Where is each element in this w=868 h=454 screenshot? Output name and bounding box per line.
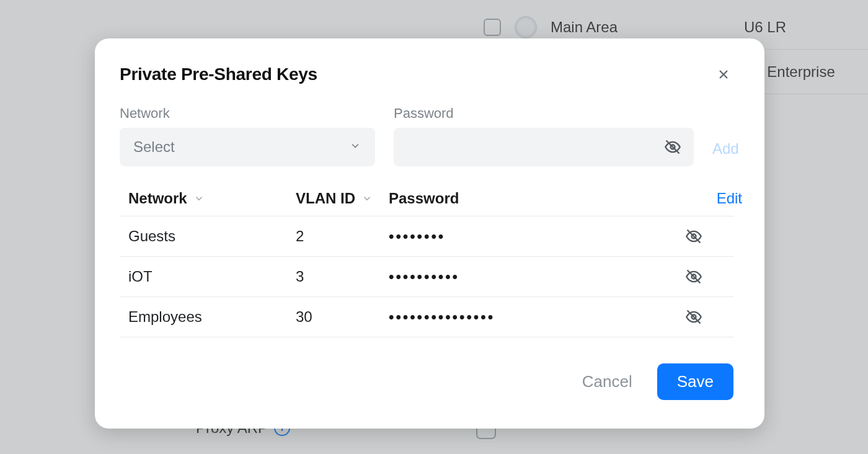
col-vlan[interactable]: VLAN ID <box>296 190 389 207</box>
network-label: Network <box>120 105 375 122</box>
cell-password: •••••••••• <box>389 268 637 285</box>
chevron-down-icon <box>193 193 205 204</box>
close-button[interactable] <box>714 65 733 84</box>
col-network[interactable]: Network <box>128 190 296 207</box>
password-label: Password <box>394 105 694 122</box>
cell-password: ••••••••••••••• <box>389 308 637 326</box>
cell-vlan: 2 <box>296 228 389 245</box>
toggle-password-visibility[interactable] <box>662 136 684 158</box>
eye-off-icon <box>685 228 702 245</box>
password-input-wrap <box>394 128 694 166</box>
eye-off-icon <box>685 308 702 326</box>
network-select-field: Network Select <box>120 105 375 166</box>
col-password: Password <box>389 190 637 207</box>
password-field-group: Password <box>394 105 694 166</box>
add-button[interactable]: Add <box>712 140 739 166</box>
table-header: Network VLAN ID Password Edit <box>120 185 733 216</box>
eye-off-icon <box>685 268 702 285</box>
eye-off-icon <box>664 138 681 156</box>
table-row: iOT 3 •••••••••• <box>120 257 733 297</box>
save-button[interactable]: Save <box>657 363 733 400</box>
chevron-down-icon <box>349 138 361 156</box>
password-input[interactable] <box>407 138 662 156</box>
edit-link[interactable]: Edit <box>705 190 742 207</box>
modal-title: Private Pre-Shared Keys <box>120 65 317 84</box>
reveal-password[interactable] <box>683 265 705 288</box>
network-select-placeholder: Select <box>133 138 175 156</box>
network-select[interactable]: Select <box>120 128 375 166</box>
reveal-password[interactable] <box>683 306 705 328</box>
cell-vlan: 3 <box>296 268 389 285</box>
chevron-down-icon <box>361 193 373 204</box>
ppsk-modal: Private Pre-Shared Keys Network Select P… <box>95 38 764 429</box>
cell-vlan: 30 <box>296 308 389 326</box>
cell-network: iOT <box>128 268 296 285</box>
table-row: Employees 30 ••••••••••••••• <box>120 297 733 337</box>
cell-network: Guests <box>128 228 296 245</box>
cancel-button[interactable]: Cancel <box>582 372 632 391</box>
reveal-password[interactable] <box>683 225 705 247</box>
close-icon <box>716 67 731 82</box>
cell-network: Employees <box>128 308 296 326</box>
cell-password: •••••••• <box>389 228 637 245</box>
table-row: Guests 2 •••••••• <box>120 216 733 257</box>
ppsk-table: Network VLAN ID Password Edit Guests 2 •… <box>120 185 733 337</box>
